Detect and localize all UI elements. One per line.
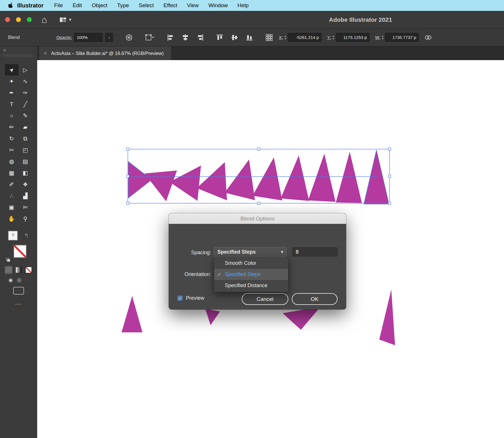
default-fill-stroke-icon[interactable] xyxy=(6,258,11,262)
tools-panel: ➤▷✦∿✒✑T╱○✎✏▰↻⧉✂◰◍▤▦◧✐❖∴▟▣✄✋⚲ ? ↰ ◉ ◎ ◌ … xyxy=(0,60,37,438)
line-segment-tool[interactable]: ╱ xyxy=(19,98,32,110)
type-tool[interactable]: T xyxy=(5,98,19,110)
align-horizontal-center-icon[interactable] xyxy=(182,34,189,41)
window-controls xyxy=(5,17,32,22)
menu-item-specified-steps[interactable]: ✓ Specified Steps xyxy=(214,269,288,280)
shaper-tool[interactable]: ✏ xyxy=(5,121,19,133)
home-icon[interactable]: ⌂ xyxy=(41,15,47,24)
ellipse-tool[interactable]: ○ xyxy=(5,110,19,121)
toolbar-header: « xyxy=(0,46,37,60)
eyedropper-tool[interactable]: ✐ xyxy=(5,179,19,190)
direct-selection-tool[interactable]: ▷ xyxy=(19,64,32,76)
shape-mode-icon-3[interactable]: ◌ xyxy=(25,277,29,283)
y-stepper[interactable]: ▴▾ xyxy=(333,35,334,40)
menubar-item-edit[interactable]: Edit xyxy=(68,2,87,9)
width-field[interactable]: 1735.7737 p xyxy=(385,33,419,42)
link-dimensions-icon[interactable] xyxy=(424,34,432,41)
artboard-tool[interactable]: ▣ xyxy=(5,202,19,213)
steps-input[interactable] xyxy=(292,247,338,257)
preview-checkbox[interactable]: ✓ xyxy=(177,295,183,301)
transform-presets-icon[interactable] xyxy=(145,34,155,41)
menu-item-label: Smooth Color xyxy=(225,260,256,266)
y-coordinate-field[interactable]: 1175.1253 p xyxy=(336,33,370,42)
curvature-tool[interactable]: ✑ xyxy=(19,87,32,98)
chevron-down-icon: ▾ xyxy=(281,249,283,254)
shape-mode-icon-2[interactable]: ◎ xyxy=(17,277,21,283)
menu-item-smooth-color[interactable]: Smooth Color xyxy=(214,258,288,269)
spacing-menu: Smooth Color ✓ Specified Steps Specified… xyxy=(214,257,288,292)
proof-setup-box[interactable]: ? xyxy=(8,231,18,240)
color-wheel-icon[interactable] xyxy=(125,33,133,42)
menubar-item-help[interactable]: Help xyxy=(233,2,253,9)
app-window-title: Adobe Illustrator 2021 xyxy=(329,16,392,23)
paintbrush-tool[interactable]: ✎ xyxy=(19,110,32,121)
menubar-item-illustrator[interactable]: Illustrator xyxy=(14,2,49,9)
shape-builder-tool[interactable]: ◍ xyxy=(5,156,19,167)
opacity-field[interactable]: 100% xyxy=(74,33,103,42)
color-swatch-button[interactable] xyxy=(5,267,12,273)
selection-tool[interactable]: ➤ xyxy=(5,64,19,76)
mesh-tool[interactable]: ▦ xyxy=(5,167,19,179)
minimize-window-button[interactable] xyxy=(16,17,21,22)
menu-item-label: Specified Distance xyxy=(225,283,267,289)
gradient-swatch-button[interactable] xyxy=(15,267,22,273)
workspace-switcher-button[interactable]: ▾ xyxy=(59,17,71,23)
check-icon: ✓ xyxy=(217,272,221,277)
free-transform-tool[interactable]: ◰ xyxy=(19,144,32,156)
menubar-item-object[interactable]: Object xyxy=(87,2,112,9)
shape-mode-icon-1[interactable]: ◉ xyxy=(8,277,13,283)
zoom-tool[interactable]: ⚲ xyxy=(19,213,32,224)
close-window-button[interactable] xyxy=(5,17,10,22)
align-vertical-top-icon[interactable] xyxy=(216,34,223,41)
align-vertical-center-icon[interactable] xyxy=(231,34,238,41)
document-tabbar: « × ActivAsia – Slite Builder.ai* @ 16.6… xyxy=(0,46,504,60)
fill-swatch[interactable] xyxy=(13,245,27,258)
zoom-window-button[interactable] xyxy=(27,17,32,22)
apple-logo-icon[interactable] xyxy=(8,2,14,9)
scissors-tool[interactable]: ✂ xyxy=(5,144,19,156)
opacity-more-button[interactable]: › xyxy=(105,33,113,42)
x-coordinate-field[interactable]: -5261.214 p xyxy=(288,33,322,42)
close-document-icon[interactable]: × xyxy=(44,50,47,56)
lasso-tool[interactable]: ∿ xyxy=(19,76,32,87)
rotate-tool[interactable]: ↻ xyxy=(5,133,19,144)
screen-mode-button[interactable] xyxy=(13,287,24,295)
grid-options-icon[interactable] xyxy=(265,33,273,42)
opacity-label[interactable]: Opacity: xyxy=(56,35,72,40)
gradient-tool[interactable]: ◧ xyxy=(19,167,32,179)
menubar-item-window[interactable]: Window xyxy=(204,2,233,9)
x-stepper[interactable]: ▴▾ xyxy=(285,35,286,40)
redo-icon[interactable]: ↰ xyxy=(24,232,29,239)
magic-wand-tool[interactable]: ✦ xyxy=(5,76,19,87)
spacing-dropdown[interactable]: Specified Steps ▾ xyxy=(214,247,287,257)
slice-tool[interactable]: ✄ xyxy=(19,202,32,213)
menubar-item-view[interactable]: View xyxy=(182,2,204,9)
fill-stroke-controls xyxy=(5,244,32,263)
w-stepper[interactable]: ▴▾ xyxy=(382,35,384,40)
document-tab[interactable]: × ActivAsia – Slite Builder.ai* @ 16.67%… xyxy=(39,46,171,60)
document-tab-label: ActivAsia – Slite Builder.ai* @ 16.67% (… xyxy=(51,51,164,56)
ok-button[interactable]: OK xyxy=(292,293,338,305)
collapse-panel-button[interactable]: « xyxy=(3,48,6,52)
hand-tool[interactable]: ✋ xyxy=(5,213,19,224)
menubar-item-select[interactable]: Select xyxy=(134,2,159,9)
align-horizontal-left-icon[interactable] xyxy=(167,34,174,41)
menubar-item-file[interactable]: File xyxy=(49,2,68,9)
toolbar-tools: ➤▷✦∿✒✑T╱○✎✏▰↻⧉✂◰◍▤▦◧✐❖∴▟▣✄✋⚲ xyxy=(5,64,32,224)
column-graph-tool[interactable]: ▟ xyxy=(19,190,32,202)
none-swatch-button[interactable] xyxy=(25,267,32,273)
eraser-tool[interactable]: ▰ xyxy=(19,121,32,133)
blend-tool[interactable]: ❖ xyxy=(19,179,32,190)
menu-item-specified-distance[interactable]: Specified Distance xyxy=(214,280,288,291)
align-horizontal-right-icon[interactable] xyxy=(197,34,204,41)
dialog-title[interactable]: Blend Options xyxy=(169,213,346,224)
menubar-item-effect[interactable]: Effect xyxy=(159,2,182,9)
cancel-button[interactable]: Cancel xyxy=(242,293,288,305)
menubar-item-type[interactable]: Type xyxy=(112,2,134,9)
edit-toolbar-button[interactable]: … xyxy=(15,298,22,306)
perspective-grid-tool[interactable]: ▤ xyxy=(19,156,32,167)
scale-tool[interactable]: ⧉ xyxy=(19,133,32,144)
symbol-sprayer-tool[interactable]: ∴ xyxy=(5,190,19,202)
align-vertical-bottom-icon[interactable] xyxy=(246,34,253,41)
pen-tool[interactable]: ✒ xyxy=(5,87,19,98)
